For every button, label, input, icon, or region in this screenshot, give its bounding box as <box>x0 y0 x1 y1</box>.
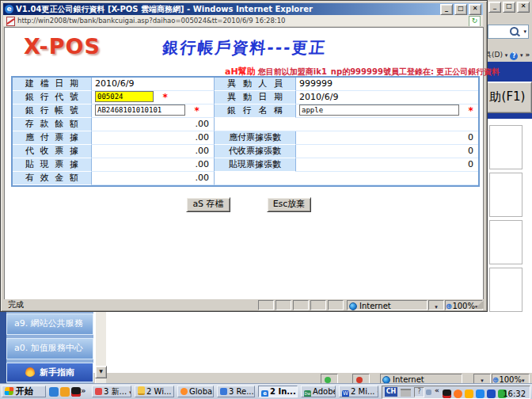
search-dropdown-icon[interactable]: ▾ <box>523 28 526 35</box>
cancel-button[interactable]: Esc放棄 <box>267 197 311 212</box>
status-text: 完成 <box>3 300 24 309</box>
protected-mode-pane[interactable]: ▾ <box>428 300 444 310</box>
field-label: 代收票據 <box>13 145 92 158</box>
quick-launch-mail-icon[interactable] <box>60 387 70 397</box>
status-pane <box>293 300 309 310</box>
taskbar-button-3[interactable]: Globa... <box>177 386 214 397</box>
parent-help-f1-button[interactable]: 助(F1) <box>483 82 532 113</box>
printer-icon[interactable] <box>401 389 411 397</box>
parent-page-panel <box>486 119 532 372</box>
tray-icon[interactable] <box>426 390 431 395</box>
field-label: 應付票據張數 <box>215 131 296 145</box>
zone-label: Internet <box>359 302 391 310</box>
page-content: X-POS 銀行帳戶資料---更正 aH幫助 您目前以加盟商ik1_np的999… <box>4 27 484 300</box>
scroll-down-button[interactable]: ▼ <box>95 366 107 378</box>
taskbar-button-label: Globa... <box>189 387 214 396</box>
bank-account-cell: AB2468101010101 * <box>92 104 215 118</box>
parent-table-cell <box>489 220 522 264</box>
parent-search-input[interactable]: ▾ <box>488 25 529 39</box>
parent-minimize-button[interactable]: _ <box>488 2 501 13</box>
empty-cell <box>215 172 478 185</box>
tray-collapse-chevron[interactable]: « <box>435 386 439 394</box>
chevron-down-icon: ▾ <box>505 52 508 59</box>
parent-toolbar-fragment: 具(D) ▾ ? ▾ » <box>484 49 532 60</box>
taskbar-button-group-word[interactable]: W2 Mi... ▾ <box>339 386 378 397</box>
field-label: 應付票據 <box>13 131 92 145</box>
collection-notes-value: .00 <box>92 145 215 158</box>
alert-icon[interactable] <box>465 390 473 398</box>
zoom-level: 100% <box>452 302 475 310</box>
field-label: 銀行帳號 <box>13 104 92 118</box>
popup-title-bar[interactable]: e V1.04更正公司銀行資料 [X-POS 雲端商務網] - Windows … <box>3 3 483 15</box>
parent-restore-button[interactable]: □ <box>503 2 515 13</box>
app-icon <box>95 388 102 395</box>
fire-icon[interactable] <box>454 390 462 398</box>
parent-table-cell <box>489 173 522 217</box>
minimize-button[interactable]: _ <box>440 4 453 15</box>
network-icon[interactable] <box>487 390 496 398</box>
discounted-notes-value: .00 <box>92 158 215 172</box>
required-mark: * <box>157 92 168 103</box>
bank-account-form: 建檔日期 2010/6/9 異動人員 999999 銀行代號 005024 * … <box>11 76 480 187</box>
messenger-icon[interactable] <box>476 390 484 398</box>
help-tray-icon[interactable]: ? <box>414 387 424 397</box>
field-label: 異動日期 <box>215 91 296 104</box>
sidebar-item-label: a9. 網站公共服務 <box>14 318 83 329</box>
sidebar-item-newbie-guide[interactable]: 新手指南 <box>6 363 93 382</box>
field-label: 代收票據張數 <box>215 145 296 158</box>
login-status-text: 您目前以加盟商ik1_np的999999號員工登錄在: 更正公司銀行資料 <box>258 67 500 76</box>
bank-account-input[interactable]: AB2468101010101 <box>95 104 185 116</box>
url-field[interactable]: http://win2008/tw/bank/bankcuigai.asp?da… <box>17 15 461 26</box>
globe-icon <box>349 302 357 310</box>
taskbar-button-group-ie[interactable]: e2 In... ▾ <box>258 386 298 397</box>
save-button[interactable]: aS 存檔 <box>186 197 230 212</box>
sidebar-item-label: a0. 加值服務中心 <box>14 343 83 353</box>
refresh-icon[interactable]: ↻ <box>469 16 481 26</box>
bank-code-cell: 005024 * <box>92 91 215 104</box>
taskbar-button-group-1[interactable]: 3 新... ▾ <box>92 386 131 397</box>
start-button[interactable]: 开始 <box>2 386 46 397</box>
taskbar-button-label: 3 Re... <box>229 387 254 396</box>
quick-launch-qq-icon[interactable] <box>71 387 81 397</box>
language-indicator[interactable]: CH <box>385 387 397 397</box>
taskbar-button-dreamweaver[interactable]: DwAdobe... <box>301 386 336 397</box>
collection-notes-count: 0 <box>296 145 478 158</box>
status-ok-icon <box>325 377 331 383</box>
word-icon: W <box>342 390 349 397</box>
shield-dropdown-icon: ▾ <box>435 304 438 310</box>
quick-launch-ie-icon[interactable] <box>49 387 59 397</box>
ie-icon: e <box>5 5 13 13</box>
close-button[interactable]: ✕ <box>469 4 481 15</box>
chevron-down-icon: ▾ <box>129 390 131 396</box>
taskbar-button-label: 2 Mi... <box>351 387 374 396</box>
taskbar-button-label: Adobe... <box>313 387 336 396</box>
sidebar-item-label: 新手指南 <box>40 367 74 378</box>
parent-close-button[interactable]: ✕ <box>517 2 530 13</box>
ie-icon: e <box>261 390 268 397</box>
bank-name-cell: apple * <box>296 104 478 118</box>
resize-grip[interactable] <box>475 300 484 309</box>
toolbar-overflow-chevron[interactable]: » <box>525 51 530 59</box>
deposit-balance-value: .00 <box>92 118 215 131</box>
bank-code-input[interactable]: 005024 <box>95 91 154 102</box>
help-icon[interactable]: ? <box>510 52 518 60</box>
qq-icon[interactable] <box>443 390 451 398</box>
xpos-logo: X-POS <box>24 34 101 59</box>
taskbar-button-group-2[interactable]: 2 Wi... ▾ <box>135 386 174 397</box>
modifier-value: 999999 <box>296 78 478 91</box>
status-pane <box>328 300 344 310</box>
bank-name-input[interactable]: apple <box>299 104 459 116</box>
quick-launch-overflow-chevron[interactable]: » <box>81 386 86 395</box>
payable-notes-count: 0 <box>296 131 478 145</box>
maximize-button[interactable]: □ <box>454 4 467 15</box>
page-title: 銀行帳戶資料---更正 <box>137 37 353 59</box>
sidebar-item-public-services[interactable]: a9. 網站公共服務 <box>6 314 93 335</box>
status-pane <box>276 300 291 310</box>
field-label: 貼現票據 <box>13 158 92 172</box>
field-label: 有效金額 <box>13 172 92 185</box>
popup-status-bar: 完成 Internet ▾ ⊕100%▾ <box>3 299 484 310</box>
sidebar-item-value-added-center[interactable]: a0. 加值服務中心 <box>6 338 93 359</box>
flame-icon <box>25 367 35 377</box>
taskbar-button-group-4[interactable]: 3 Re... ▾ <box>217 386 255 397</box>
system-tray: CH ? « 16:32 <box>382 386 530 399</box>
